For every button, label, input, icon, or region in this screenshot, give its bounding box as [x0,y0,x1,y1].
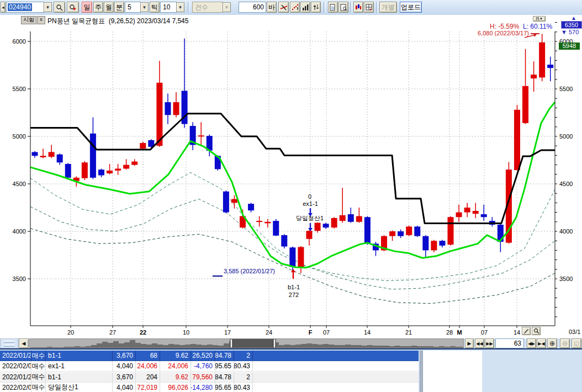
nav-go-end-button[interactable]: ▶◀ [537,338,546,348]
search-button[interactable] [54,2,65,13]
candle-down [439,241,445,246]
candle-down [98,169,104,175]
table-cell: 72,019 [136,383,160,392]
grid-layout-button[interactable] [364,2,374,13]
period-minute-button[interactable]: 분 [114,2,124,13]
minute-count-arrow[interactable]: ▼ [140,2,149,12]
axis-period-label: 日 [536,16,539,22]
navigator-left-button[interactable]: ◀ [19,338,29,348]
nav-step-right-button[interactable]: ▶ [465,338,474,348]
current-price-box: 5948 [559,43,580,50]
candle-up [264,222,271,224]
pencil-icon [523,328,530,334]
table-cell: 80.43 [234,383,253,392]
y-axis-label-right: 4500 [559,181,573,187]
search-jump-button[interactable] [67,2,79,13]
bar-count-input[interactable]: 600 [239,2,266,13]
trendline-delete-button[interactable] [278,2,289,13]
symbol-dropdown-arrow[interactable]: ▼ [44,2,52,12]
signal-table-row[interactable]: 2022/02/03매수당일청산14,04072,01996,026-14,28… [0,383,419,392]
candle-down [547,65,553,68]
tick-button[interactable]: 틱 [150,2,160,13]
candle-colors-icon [355,4,362,10]
candle-up [389,231,395,236]
y-axis-label: 5500 [13,86,26,92]
corner-date-label: 03/1 [569,329,580,335]
nav-page-left-button[interactable]: ◀◀ [475,338,484,348]
signal-chart-button[interactable] [290,2,300,13]
count-select-arrow: ▼ [223,2,231,12]
table-cell: 79,560 [191,372,215,383]
draw-tool-button[interactable] [522,327,531,335]
x-axis-label: 07 [481,329,488,336]
bar-apply-button[interactable]: 바 [267,2,277,13]
tick-count-select[interactable]: 10 [160,2,177,13]
x-axis-label: 27 [109,329,116,336]
multi-chart-button[interactable] [353,2,363,13]
candle-down [165,102,171,115]
range-handle[interactable] [230,339,232,348]
volume-chart-button[interactable] [300,2,310,13]
dotted-chart-icon [292,4,299,11]
x-axis-label: 17 [224,329,231,336]
x-axis-label: 28 [446,329,453,336]
annotation-text: 0 [308,193,311,200]
nav-expand-button[interactable]: ◀▶ [527,338,536,348]
candle-up [315,223,321,231]
axis-period-mini-button[interactable]: 日▼ [533,16,546,22]
table-cell: 3,670 [113,372,136,383]
trendline-icon [280,4,288,10]
candles [32,34,554,273]
count-select-disabled: 건수 [192,2,223,13]
candle-up [514,110,520,170]
table-cell: 80.43 [234,361,253,372]
nav-zoom-in-button[interactable]: ⊕ [547,338,557,348]
signal-table-row[interactable]: 2022/01/27매수b1-13,6702049.6279,56084.782 [0,372,419,383]
bars-on-screen-input[interactable]: 63 [495,338,524,348]
nav-page-right-button[interactable]: ▶▶ [485,338,494,348]
doc-search-button[interactable] [338,2,348,13]
y-axis-label-right: 5000 [559,133,573,140]
navigator-grip[interactable] [0,338,18,348]
table-cell: 4,040 [113,361,136,372]
table-cell-filler [253,361,419,372]
upload-button[interactable]: 업로드 [400,2,422,13]
candle-down [273,221,279,236]
candlestick-chart[interactable]: 6000600055005500500050004500450040004000… [0,15,582,338]
navigator-strip[interactable] [29,338,464,348]
candle-down [32,152,38,156]
minute-count-select[interactable]: 5 [125,2,141,13]
period-week-button[interactable]: 주 [93,2,103,13]
candle-up [131,162,137,165]
candle-down [323,224,329,227]
y-axis-label: 4000 [13,228,26,235]
table-cell: 2022/01/27 [0,351,31,361]
symbol-input[interactable]: 024940 [6,2,44,13]
candle-up [356,216,362,221]
range-handle[interactable] [273,339,276,348]
scale-top-box[interactable]: 6350 [561,21,582,29]
x-axis-label: 14 [364,329,371,336]
sort-updown-button[interactable] [311,2,321,13]
period-month-button[interactable]: 월 [104,2,114,13]
scale-up-icon[interactable]: ▲ [571,15,576,21]
table-cell: 매수 [31,372,46,383]
signal-table-row[interactable]: 2022/01/27매수b1-13,670689.6226,52084.782 [0,351,419,361]
document-button[interactable]: D [328,2,338,13]
signal-table-row[interactable]: 2022/02/03매수ex1-14,04024,00624,006-4,760… [0,361,419,372]
table-cell: b1-1 [46,351,113,361]
candle-up [539,43,545,78]
candle-up [531,75,537,78]
green-ma [30,102,555,268]
magnifier-icon [533,328,539,334]
tick-count-arrow[interactable]: ▼ [176,2,184,12]
candle-up [298,247,304,268]
toolbar-collapse-button[interactable]: ◂ [1,2,6,13]
zoom-tool-button[interactable] [532,327,541,335]
period-day-button[interactable]: 일 [82,2,92,13]
table-cell: -14,280 [191,383,215,392]
x-axis-label: 07 [323,329,330,336]
symbol-input-value: 024940 [8,3,32,11]
base-line [30,114,555,224]
annotation-text: b1-1 [288,284,300,290]
